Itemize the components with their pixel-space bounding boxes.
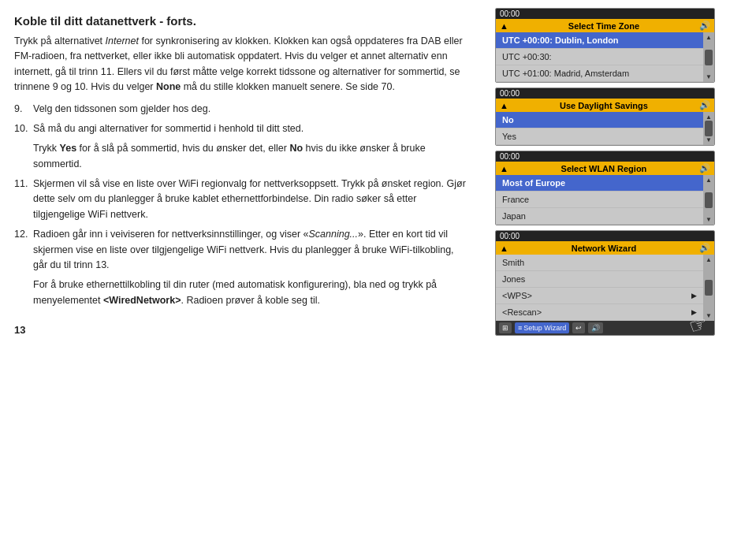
- screen2-scrollbar[interactable]: ▲ ▼: [703, 112, 714, 145]
- up-arrow-icon-3[interactable]: ▲: [500, 164, 508, 173]
- item-9-num: 9.: [14, 102, 30, 117]
- screen4-item-jones[interactable]: Jones: [496, 271, 703, 288]
- scroll-down-icon-3[interactable]: ▼: [706, 216, 712, 223]
- item-12: 12. Radioen går inn i veiviseren for net…: [14, 227, 470, 273]
- scroll-thumb-3: [705, 192, 713, 208]
- item-12-num: 12.: [14, 227, 30, 273]
- screen4-item-wps[interactable]: <WPS> ▶: [496, 288, 703, 304]
- screen4-item-jones-label: Jones: [502, 274, 525, 284]
- chevron-right-wps-icon: ▶: [691, 292, 697, 300]
- screen3-item-0[interactable]: Most of Europe: [496, 175, 703, 192]
- left-column: Koble til ditt datanettverk - forts. Try…: [0, 0, 489, 551]
- screen1-time: 00:00: [500, 9, 520, 18]
- screen3-item-1-label: France: [502, 195, 529, 204]
- screen2-header: 00:00: [496, 88, 714, 99]
- up-arrow-icon-4[interactable]: ▲: [500, 244, 508, 253]
- item-10-text: Så må du angi alternativer for sommertid…: [33, 121, 470, 136]
- screen-wlan-region: 00:00 ▲ Select WLAN Region 🔊 Most of Eur…: [495, 151, 715, 225]
- scroll-up-icon-4[interactable]: ▲: [706, 256, 712, 263]
- page-number: 13: [14, 324, 470, 336]
- intro-paragraph: Trykk på alternativet Internet for synkr…: [14, 34, 470, 95]
- scroll-thumb-2: [705, 121, 713, 136]
- scroll-up-icon-2[interactable]: ▲: [706, 114, 712, 121]
- screen3-list: Most of Europe France Japan: [496, 175, 703, 225]
- scroll-down-icon-2[interactable]: ▼: [706, 136, 712, 143]
- screen4-title: Network Wizard: [572, 244, 636, 253]
- up-arrow-icon[interactable]: ▲: [500, 21, 508, 31]
- scroll-up-icon[interactable]: ▲: [706, 34, 712, 41]
- screen1-list: UTC +00:00: Dublin, London UTC +00:30: U…: [496, 32, 703, 82]
- item-11-text: Skjermen vil så vise en liste over WiFi …: [33, 177, 470, 222]
- page-heading: Koble til ditt datanettverk - forts.: [14, 14, 470, 28]
- item-12-sub-num: [14, 277, 30, 308]
- screen1-body: UTC +00:00: Dublin, London UTC +00:30: U…: [496, 32, 714, 82]
- screen-daylight-savings: 00:00 ▲ Use Daylight Savings 🔊 No Yes ▲ …: [495, 87, 715, 146]
- screen4-list: Smith Jones <WPS> ▶ <Rescan> ▶ ☞: [496, 255, 703, 321]
- screen3-item-2[interactable]: Japan: [496, 208, 703, 225]
- item-10-sub: Trykk Yes for å slå på sommertid, hvis d…: [14, 141, 470, 172]
- screen-network-wizard: 00:00 ▲ Network Wizard 🔊 Smith Jones <WP…: [495, 230, 715, 336]
- item-12-sub: For å bruke ethernettilkobling til din r…: [14, 277, 470, 308]
- setup-wizard-label: Setup Wizard: [523, 324, 566, 332]
- screen1-item-1-label: UTC +00:30:: [502, 52, 552, 61]
- setup-wizard-button[interactable]: ≡ Setup Wizard: [515, 322, 569, 333]
- screen4-item-smith[interactable]: Smith: [496, 255, 703, 271]
- screen3-item-1[interactable]: France: [496, 192, 703, 208]
- screen3-header: 00:00: [496, 151, 714, 162]
- item-10-num: 10.: [14, 121, 30, 136]
- screen4-item-wps-label: <WPS>: [502, 291, 532, 300]
- screen1-item-2[interactable]: UTC +01:00: Madrid, Amsterdam: [496, 65, 703, 82]
- volume-button[interactable]: 🔊: [588, 322, 603, 333]
- menu-lines-icon: ≡: [518, 324, 522, 332]
- volume-icon-4[interactable]: 🔊: [699, 243, 710, 253]
- screen4-header: 00:00: [496, 231, 714, 241]
- screen3-item-2-label: Japan: [502, 211, 526, 221]
- screen3-scrollbar[interactable]: ▲ ▼: [703, 175, 714, 225]
- screen2-item-1[interactable]: Yes: [496, 128, 703, 145]
- screen3-item-0-label: Most of Europe: [502, 178, 565, 188]
- scroll-thumb-4: [705, 280, 713, 296]
- volume-icon-3[interactable]: 🔊: [699, 163, 710, 173]
- screen2-item-0-label: No: [502, 115, 514, 125]
- screen4-item-smith-label: Smith: [502, 258, 524, 267]
- item-11: 11. Skjermen vil så vise en liste over W…: [14, 177, 470, 222]
- screen2-item-0[interactable]: No: [496, 112, 703, 128]
- volume-icon-2[interactable]: 🔊: [699, 100, 710, 110]
- screen4-item-rescan[interactable]: <Rescan> ▶ ☞: [496, 304, 703, 321]
- screen4-toolbar: ⊞ ≡ Setup Wizard ↩ 🔊: [496, 321, 714, 335]
- screen2-item-1-label: Yes: [502, 132, 516, 141]
- back-button[interactable]: ↩: [572, 322, 585, 333]
- screen2-body: No Yes ▲ ▼: [496, 112, 714, 145]
- screen4-body: Smith Jones <WPS> ▶ <Rescan> ▶ ☞ ▲ ▼: [496, 255, 714, 321]
- item-10-sub-num: [14, 141, 30, 172]
- screen1-item-0[interactable]: UTC +00:00: Dublin, London: [496, 32, 703, 49]
- scroll-up-icon-3[interactable]: ▲: [706, 177, 712, 184]
- screen2-title: Use Daylight Savings: [560, 101, 648, 110]
- item-10-sub-text: Trykk Yes for å slå på sommertid, hvis d…: [33, 141, 470, 172]
- screen4-item-rescan-label: <Rescan>: [502, 307, 542, 317]
- screen1-item-0-label: UTC +00:00: Dublin, London: [502, 35, 619, 45]
- up-arrow-icon-2[interactable]: ▲: [500, 101, 508, 110]
- screen4-title-bar: ▲ Network Wizard 🔊: [496, 241, 714, 255]
- screen1-header: 00:00: [496, 9, 714, 19]
- screen2-list: No Yes: [496, 112, 703, 145]
- item-11-num: 11.: [14, 177, 30, 222]
- screen1-scrollbar[interactable]: ▲ ▼: [703, 32, 714, 82]
- scroll-thumb: [705, 50, 713, 65]
- item-9: 9. Velg den tidssonen som gjelder hos de…: [14, 102, 470, 117]
- grid-button[interactable]: ⊞: [499, 322, 512, 333]
- item-12-sub-text: For å bruke ethernettilkobling til din r…: [33, 277, 470, 308]
- right-column: 00:00 ▲ Select Time Zone 🔊 UTC +00:00: D…: [489, 0, 721, 551]
- screen3-body: Most of Europe France Japan ▲ ▼: [496, 175, 714, 225]
- scroll-down-icon[interactable]: ▼: [706, 73, 712, 80]
- screen1-item-1[interactable]: UTC +00:30:: [496, 49, 703, 65]
- screen4-time: 00:00: [500, 232, 520, 240]
- screen2-time: 00:00: [500, 89, 520, 98]
- screen2-title-bar: ▲ Use Daylight Savings 🔊: [496, 99, 714, 112]
- volume-icon-1[interactable]: 🔊: [699, 20, 710, 31]
- screen3-time: 00:00: [500, 152, 520, 161]
- scroll-down-icon-4[interactable]: ▼: [706, 312, 712, 319]
- screen3-title-bar: ▲ Select WLAN Region 🔊: [496, 162, 714, 175]
- screen4-scrollbar[interactable]: ▲ ▼: [703, 255, 714, 321]
- item-9-text: Velg den tidssonen som gjelder hos deg.: [33, 102, 470, 117]
